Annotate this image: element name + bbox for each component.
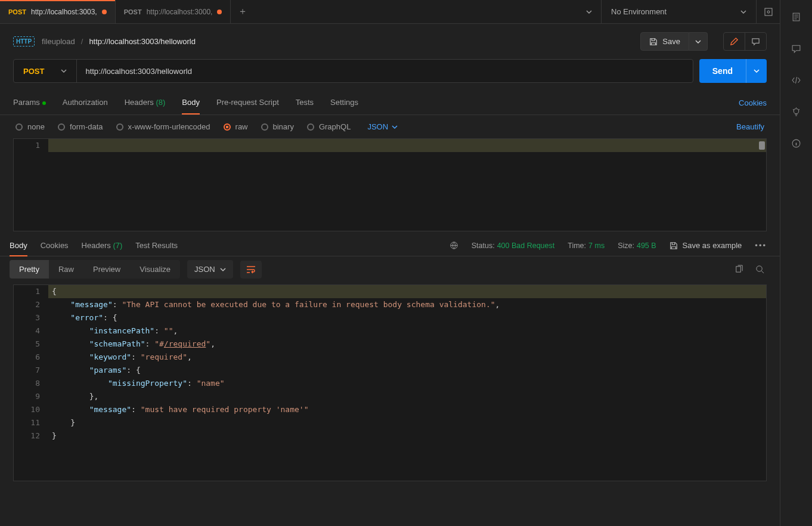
url-input[interactable] [77,60,692,82]
cookies-link[interactable]: Cookies [739,98,767,107]
request-header: HTTP fileupload / http://localhost:3003/… [0,24,780,59]
lightbulb-icon[interactable] [791,107,801,117]
view-raw[interactable]: Raw [49,260,83,279]
method-label: POST [23,67,44,76]
environment-quicklook-button[interactable] [756,0,780,23]
resp-tab-headers[interactable]: Headers (7) [82,241,123,250]
tab-method: POST [8,8,26,16]
documentation-icon[interactable] [791,12,801,22]
beautify-button[interactable]: Beautify [736,122,764,131]
copy-icon [734,265,743,274]
globe-icon[interactable] [450,241,458,250]
response-body-editor[interactable]: 1{2 "message": "The API cannot be execut… [13,284,767,481]
http-badge-icon: HTTP [13,36,35,47]
save-icon [670,242,678,250]
svg-point-6 [794,109,799,114]
tab-headers[interactable]: Headers (8) [125,98,166,108]
svg-rect-3 [736,267,741,272]
body-type-row: none form-data x-www-form-urlencoded raw… [0,115,780,138]
save-button[interactable]: Save [640,32,689,51]
copy-response-button[interactable] [729,261,749,277]
time-meta[interactable]: Time: 7 ms [568,242,605,250]
send-dropdown-button[interactable] [746,59,767,83]
resp-tab-tests[interactable]: Test Results [135,241,178,250]
comments-icon[interactable] [791,44,801,54]
view-pretty[interactable]: Pretty [10,260,49,279]
request-tabs: Params Authorization Headers (8) Body Pr… [0,91,780,115]
view-preview[interactable]: Preview [83,260,130,279]
tab-overflow-button[interactable] [577,0,601,23]
save-as-example-button[interactable]: Save as example [670,241,742,250]
breadcrumb-separator: / [81,37,83,46]
tab-request-0[interactable]: POST http://localhost:3003, [0,0,116,23]
comment-icon [751,37,760,46]
size-meta[interactable]: Size: 495 B [618,242,656,250]
tab-settings[interactable]: Settings [330,98,358,108]
tab-method: POST [124,8,142,16]
radio-icon [307,123,314,131]
search-icon [755,265,764,274]
view-visualize[interactable]: Visualize [130,260,180,279]
save-label: Save [662,37,680,46]
radio-icon [224,123,231,131]
radio-icon [16,123,23,131]
tab-tests[interactable]: Tests [296,98,314,108]
wrap-icon [246,265,256,274]
request-body-editor[interactable]: 1 [13,138,767,231]
body-type-urlencoded[interactable]: x-www-form-urlencoded [116,122,210,131]
edit-button[interactable] [724,33,745,50]
save-dropdown-button[interactable] [689,32,708,51]
svg-rect-0 [765,8,772,16]
tab-prerequest[interactable]: Pre-request Script [216,98,279,108]
tab-request-1[interactable]: POST http://localhost:3000, [116,0,231,23]
right-sidebar [780,0,812,526]
tabs-bar: POST http://localhost:3003, POST http://… [0,0,780,24]
method-selector[interactable]: POST [14,60,77,82]
svg-point-1 [767,11,770,13]
radio-icon [261,123,268,131]
pencil-icon [730,37,739,46]
radio-icon [58,123,65,131]
tab-url: http://localhost:3003, [31,8,97,16]
environment-label: No Environment [611,7,667,16]
params-active-dot-icon [42,101,46,105]
content-type-selector[interactable]: JSON [367,122,398,131]
tab-url: http://localhost:3000, [147,8,213,16]
breadcrumb: fileupload / http://localhost:3003/hello… [42,37,196,46]
send-button[interactable]: Send [699,59,767,83]
new-tab-button[interactable]: ＋ [231,0,255,23]
comment-button[interactable] [745,33,766,50]
svg-point-4 [757,266,762,271]
code-icon[interactable] [791,75,801,85]
body-type-graphql[interactable]: GraphQL [307,122,351,131]
response-toolbar: Pretty Raw Preview Visualize JSON [0,256,780,282]
body-type-raw[interactable]: raw [224,122,248,131]
breadcrumb-request-name: http://localhost:3003/helloworld [89,37,196,46]
word-wrap-button[interactable] [240,261,262,279]
response-format-selector[interactable]: JSON [187,260,233,279]
environment-selector[interactable]: No Environment [601,0,756,23]
unsaved-dot-icon [102,10,107,14]
breadcrumb-folder[interactable]: fileupload [42,37,75,46]
url-row: POST Send [0,59,780,91]
send-label: Send [699,66,746,76]
unsaved-dot-icon [217,10,222,14]
info-icon[interactable] [791,138,801,148]
response-header: Body Cookies Headers (7) Test Results St… [0,231,780,256]
tab-params[interactable]: Params [13,98,46,108]
search-response-button[interactable] [749,261,770,277]
body-type-formdata[interactable]: form-data [58,122,103,131]
more-actions-button[interactable]: ••• [755,241,767,250]
save-icon [649,38,658,46]
tab-authorization[interactable]: Authorization [63,98,108,108]
resp-tab-body[interactable]: Body [10,241,27,250]
tab-body[interactable]: Body [182,98,200,108]
body-type-binary[interactable]: binary [261,122,294,131]
body-type-none[interactable]: none [16,122,45,131]
scrollbar-thumb[interactable] [759,141,765,150]
resp-tab-cookies[interactable]: Cookies [41,241,69,250]
radio-icon [116,123,123,131]
status-meta[interactable]: Status: 400 Bad Request [472,242,555,250]
